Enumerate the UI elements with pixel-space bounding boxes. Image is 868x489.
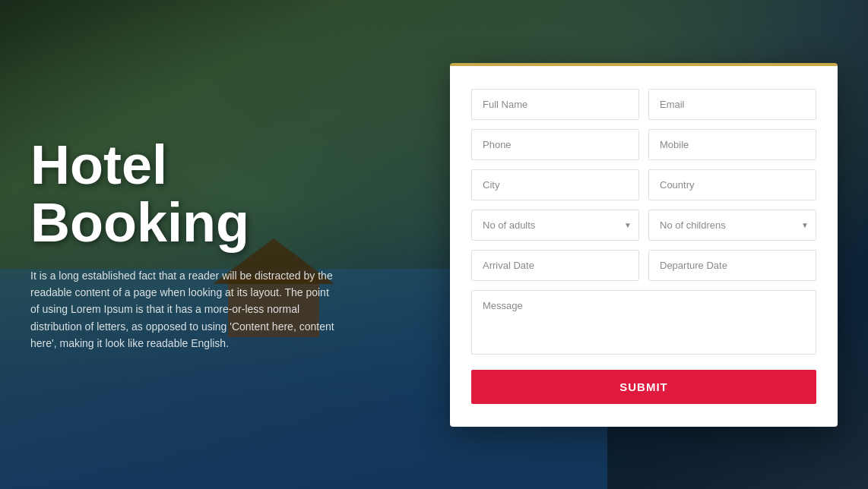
childrens-select[interactable]: No of childrens 0 1 2 3 4 — [648, 210, 816, 241]
full-name-input[interactable] — [471, 89, 639, 120]
city-input[interactable] — [471, 169, 639, 200]
phone-input[interactable] — [471, 129, 639, 160]
row-dates — [471, 250, 816, 281]
message-textarea[interactable] — [471, 290, 816, 355]
row-message — [471, 290, 816, 358]
page-description: It is a long established fact that a rea… — [30, 267, 334, 352]
row-name-email — [471, 89, 816, 120]
arrival-date-field — [471, 250, 639, 281]
full-name-field — [471, 89, 639, 120]
adults-field: No of adults 1 2 3 4 5 — [471, 210, 639, 241]
submit-button[interactable]: SUBMIT — [471, 370, 816, 404]
departure-date-field — [648, 250, 816, 281]
left-section: Hotel Booking It is a long established f… — [30, 137, 450, 352]
email-field — [648, 89, 816, 120]
booking-form-panel: No of adults 1 2 3 4 5 No of childrens 0… — [450, 63, 838, 427]
message-field — [471, 290, 816, 358]
phone-field — [471, 129, 639, 160]
row-city-country — [471, 169, 816, 200]
country-input[interactable] — [648, 169, 816, 200]
mobile-input[interactable] — [648, 129, 816, 160]
country-field — [648, 169, 816, 200]
row-adults-children: No of adults 1 2 3 4 5 No of childrens 0… — [471, 210, 816, 241]
arrival-date-input[interactable] — [471, 250, 639, 281]
email-input[interactable] — [648, 89, 816, 120]
city-field — [471, 169, 639, 200]
departure-date-input[interactable] — [648, 250, 816, 281]
page-title: Hotel Booking — [30, 137, 420, 251]
adults-select[interactable]: No of adults 1 2 3 4 5 — [471, 210, 639, 241]
mobile-field — [648, 129, 816, 160]
page-wrapper: Hotel Booking It is a long established f… — [0, 0, 868, 489]
childrens-field: No of childrens 0 1 2 3 4 — [648, 210, 816, 241]
row-phone-mobile — [471, 129, 816, 160]
